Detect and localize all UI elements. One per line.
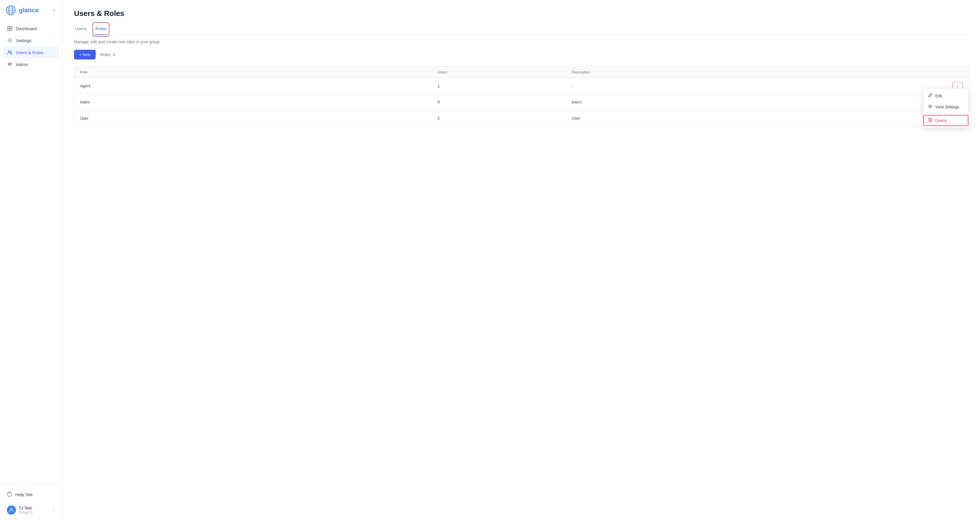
edit-icon (928, 93, 932, 98)
svg-point-14 (930, 106, 931, 107)
logo-globe-icon (6, 5, 16, 15)
user-info: TJ Test Group ID (19, 506, 48, 514)
logo-area: glance « (0, 0, 62, 21)
role-name-cell: Intern (74, 94, 432, 110)
sidebar-collapse-button[interactable]: « (52, 6, 57, 14)
context-menu-delete[interactable]: Delete (923, 115, 968, 126)
role-users-cell: 0 (432, 94, 566, 110)
main-content: Users & Roles Users Roles Manage, edit a… (63, 0, 980, 522)
user-avatar (7, 506, 16, 515)
role-description-cell: User (566, 110, 945, 127)
table-row: Agent 1 - ⋮ (74, 78, 968, 94)
svg-rect-5 (7, 26, 10, 28)
user-menu-button[interactable]: ⋮ (51, 508, 56, 513)
user-name: TJ Test (19, 506, 48, 510)
context-menu: Edit View Settings Delete (923, 88, 969, 128)
svg-rect-7 (7, 29, 10, 31)
role-name-cell: User (74, 110, 432, 127)
col-header-description: Description (566, 67, 945, 78)
sidebar-item-admin[interactable]: Admin (3, 59, 59, 70)
sidebar-item-settings[interactable]: Settings (3, 35, 59, 46)
user-group: Group ID (19, 510, 48, 514)
svg-rect-8 (10, 29, 12, 31)
table-header: Role Users Description (74, 67, 968, 78)
col-header-role: Role (74, 67, 432, 78)
role-description-cell: - (566, 78, 945, 94)
roles-table-container: Role Users Description Agent 1 - ⋮ (74, 66, 969, 127)
svg-point-12 (9, 495, 10, 495)
sidebar-item-admin-label: Admin (16, 62, 28, 67)
context-menu-view-settings-label: View Settings (935, 105, 959, 109)
table-row: Intern 0 intern ⋮ (74, 94, 968, 110)
gear-icon (928, 104, 932, 109)
sidebar-item-settings-label: Settings (16, 38, 31, 43)
role-name-cell: Agent (74, 78, 432, 94)
svg-point-10 (8, 51, 10, 52)
sidebar-nav: Dashboard Settings Users & R (0, 21, 62, 484)
roles-table: Role Users Description Agent 1 - ⋮ (74, 67, 968, 126)
svg-point-9 (9, 40, 11, 41)
users-roles-icon (7, 49, 13, 55)
page-title: Users & Roles (74, 9, 969, 18)
sidebar-item-users-roles-label: Users & Roles (16, 50, 43, 55)
svg-point-13 (11, 508, 12, 510)
context-menu-delete-label: Delete (935, 118, 947, 123)
sidebar-item-dashboard-label: Dashboard (16, 26, 37, 31)
tab-roles[interactable]: Roles (94, 24, 107, 35)
help-site-label: Help Site (15, 492, 33, 497)
context-menu-edit[interactable]: Edit (923, 90, 968, 101)
col-header-actions (945, 67, 968, 78)
help-icon (7, 492, 12, 498)
admin-icon (7, 62, 13, 67)
toolbar: + New Roles: 3 (74, 50, 969, 59)
settings-icon (7, 38, 13, 43)
context-menu-edit-label: Edit (935, 94, 942, 98)
role-users-cell: 2 (432, 110, 566, 127)
help-site-item[interactable]: Help Site (3, 489, 59, 500)
page-description: Manage, edit and create new roles in you… (74, 40, 969, 44)
svg-rect-6 (10, 26, 12, 28)
table-body: Agent 1 - ⋮ Intern 0 intern (74, 78, 968, 127)
role-description-cell: intern (566, 94, 945, 110)
user-profile-item[interactable]: TJ Test Group ID ⋮ (3, 503, 59, 517)
logo-text: glance (19, 6, 39, 14)
new-button-label: + New (79, 52, 91, 57)
sidebar-item-users-roles[interactable]: Users & Roles (3, 47, 59, 58)
dashboard-icon (7, 25, 13, 31)
sidebar: glance « Dashboard Set (0, 0, 63, 522)
tabs-bar: Users Roles (74, 24, 969, 35)
tab-users[interactable]: Users (74, 24, 88, 35)
col-header-users: Users (432, 67, 566, 78)
sidebar-footer: Help Site TJ Test Group ID ⋮ (0, 484, 62, 522)
trash-icon (928, 118, 932, 123)
context-menu-view-settings[interactable]: View Settings (923, 101, 968, 113)
new-role-button[interactable]: + New (74, 50, 95, 59)
role-users-cell: 1 (432, 78, 566, 94)
sidebar-item-dashboard[interactable]: Dashboard (3, 23, 59, 34)
roles-count: Roles: 3 (100, 52, 115, 57)
table-row: User 2 User ⋮ (74, 110, 968, 127)
